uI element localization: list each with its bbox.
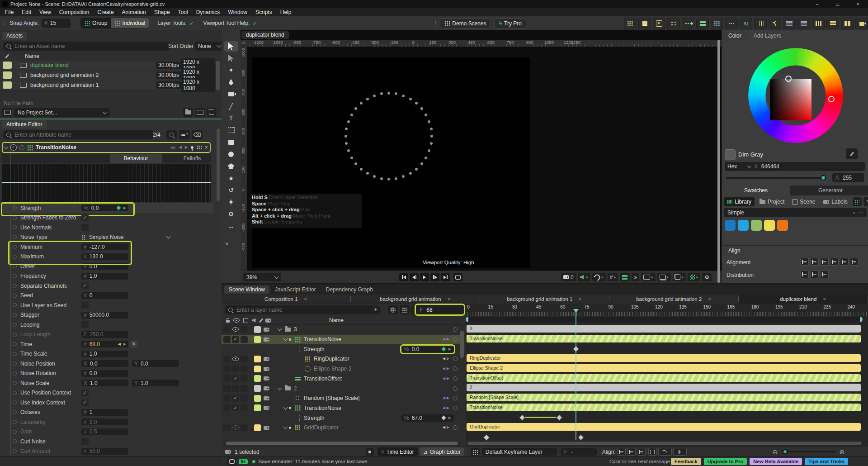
- visibility-cell[interactable]: ✓: [232, 404, 239, 411]
- close-tab-icon[interactable]: ×: [823, 296, 826, 302]
- text-tool[interactable]: T: [224, 113, 238, 124]
- delete-asset-button[interactable]: [207, 108, 217, 117]
- clear-time-button[interactable]: ×: [130, 341, 137, 347]
- solo-circle-icon[interactable]: [19, 145, 24, 150]
- layer-tag-icon[interactable]: [264, 376, 269, 380]
- attribute-circle-icon[interactable]: [13, 342, 17, 346]
- layer-swatch[interactable]: [254, 366, 261, 372]
- layer-swatch[interactable]: [254, 404, 261, 411]
- attribute-circle-icon[interactable]: [13, 439, 17, 443]
- attribute-value-field[interactable]: #50000.0: [81, 312, 128, 319]
- open-folder-button[interactable]: [183, 108, 193, 117]
- assets-scrollbar[interactable]: [216, 61, 220, 90]
- distribute-v-button[interactable]: [810, 271, 819, 278]
- attribute-value-field[interactable]: X1.0: [81, 380, 128, 386]
- lock-cell[interactable]: [223, 424, 231, 431]
- rectangle-tool[interactable]: [224, 137, 238, 147]
- expand-chevron-icon[interactable]: [283, 337, 288, 341]
- lock-cell[interactable]: [223, 404, 231, 411]
- align-hcenter-button[interactable]: [810, 258, 819, 266]
- next-key-icon[interactable]: ▶: [447, 406, 449, 410]
- previous-frame-button[interactable]: [410, 273, 419, 281]
- layer-row[interactable]: GridDuplicator◀▶: [222, 423, 460, 433]
- group-mode-button[interactable]: Group: [81, 18, 111, 28]
- align-right-button[interactable]: [820, 258, 829, 266]
- more-options-icon[interactable]: [197, 145, 202, 150]
- table-icon[interactable]: [754, 18, 767, 29]
- composition-tab[interactable]: Composition 1×: [222, 295, 350, 304]
- close-tab-icon[interactable]: ×: [448, 296, 450, 302]
- attribute-circle-icon[interactable]: [13, 391, 17, 395]
- next-key-icon[interactable]: ▶: [447, 426, 449, 429]
- grid-cells-icon[interactable]: [841, 18, 854, 29]
- node-dots-icon[interactable]: [725, 18, 738, 29]
- attribute-circle-icon[interactable]: [13, 235, 17, 239]
- ellipse-tool[interactable]: [224, 149, 238, 160]
- color-swatch[interactable]: [764, 220, 775, 231]
- reset-tool[interactable]: ↺: [224, 185, 238, 195]
- frame-f-icon[interactable]: F: [653, 18, 665, 29]
- snap-angle-field[interactable]: # 15: [42, 19, 71, 28]
- layer-circle-icon[interactable]: [453, 376, 458, 381]
- attribute-value-field[interactable]: #1.0: [81, 273, 128, 280]
- layers-scrollbar[interactable]: [460, 331, 464, 358]
- maximize-button[interactable]: □: [827, 1, 848, 7]
- attribute-checkbox[interactable]: [81, 321, 89, 328]
- next-key-icon[interactable]: ▶: [185, 146, 188, 149]
- sv-selector[interactable]: [785, 76, 792, 82]
- loop-mode-button[interactable]: [453, 273, 462, 281]
- visibility-cell[interactable]: [232, 424, 239, 431]
- attribute-circle-icon[interactable]: [13, 449, 17, 453]
- attribute-circle-icon[interactable]: [13, 225, 17, 229]
- new-beta-available-button[interactable]: New Beta Available: [750, 458, 802, 465]
- keyframe-diamond[interactable]: [556, 414, 562, 421]
- lock-cell[interactable]: [223, 326, 231, 333]
- attribute-value-field[interactable]: #68.0◀▶: [81, 341, 128, 347]
- select-tool[interactable]: [224, 41, 238, 52]
- line-tool[interactable]: ╱: [224, 101, 238, 112]
- distribute-gap-button[interactable]: [820, 271, 829, 278]
- menu-composition[interactable]: Composition: [55, 9, 94, 15]
- hand-tool[interactable]: ✦: [224, 65, 238, 76]
- close-button[interactable]: ×: [848, 1, 868, 7]
- display-mode-button[interactable]: ▸: [641, 273, 656, 281]
- attribute-checkbox[interactable]: ✓: [81, 282, 89, 289]
- ease-curve-button[interactable]: ▸: [658, 448, 672, 456]
- attribute-checkbox[interactable]: [81, 302, 89, 309]
- visibility-cell[interactable]: ✓: [232, 336, 239, 343]
- layers-hscrollbar[interactable]: [225, 441, 459, 445]
- menu-help[interactable]: Help: [276, 9, 296, 15]
- attribute-circle-icon[interactable]: [13, 245, 17, 249]
- time-editor-button[interactable]: ≡ Time Editor: [377, 447, 418, 456]
- active-camera-badge[interactable]: 0: [561, 273, 576, 281]
- lock-cell[interactable]: [223, 395, 231, 402]
- timeline-track-bar[interactable]: TransitionNoise: [467, 404, 861, 411]
- composition-tab[interactable]: duplicator blend×: [739, 295, 867, 304]
- dashed-arrow-icon[interactable]: [682, 18, 694, 29]
- timeline-zoom-slider[interactable]: [782, 451, 836, 452]
- filter-layers-button[interactable]: [388, 305, 398, 314]
- timeline-zoom-knob[interactable]: [783, 449, 788, 454]
- node-plus-icon[interactable]: [711, 18, 723, 29]
- add-attribute-button[interactable]: ≔⁺: [179, 130, 190, 139]
- list-view-button[interactable]: ≡: [863, 197, 868, 206]
- tab-javascript-editor[interactable]: JavaScript Editor: [270, 285, 321, 294]
- composition-tab[interactable]: background grid animation×: [351, 295, 479, 304]
- keyframe-layer-select[interactable]: Default Keyframe Layer: [482, 448, 557, 456]
- layer-row[interactable]: 2: [222, 384, 460, 393]
- current-frame-field[interactable]: F 68: [416, 305, 464, 314]
- lock-cell[interactable]: [223, 356, 231, 362]
- layer-swatch[interactable]: [254, 375, 261, 382]
- attribute-value-field[interactable]: #50.0: [81, 448, 128, 455]
- solo-cell[interactable]: [241, 395, 248, 402]
- next-key-icon[interactable]: ▶: [447, 377, 449, 380]
- timeline-hscrollbar[interactable]: [467, 441, 863, 445]
- rotate-icon[interactable]: ↻: [740, 18, 752, 29]
- solo-cell[interactable]: [241, 356, 248, 362]
- cube-icon[interactable]: [638, 18, 651, 29]
- attribute-circle-icon[interactable]: [13, 430, 17, 434]
- columns-icon[interactable]: [812, 18, 825, 29]
- add-layer-button[interactable]: +: [371, 305, 381, 314]
- direct-select-tool[interactable]: [224, 53, 238, 64]
- color-swatch[interactable]: [777, 220, 788, 231]
